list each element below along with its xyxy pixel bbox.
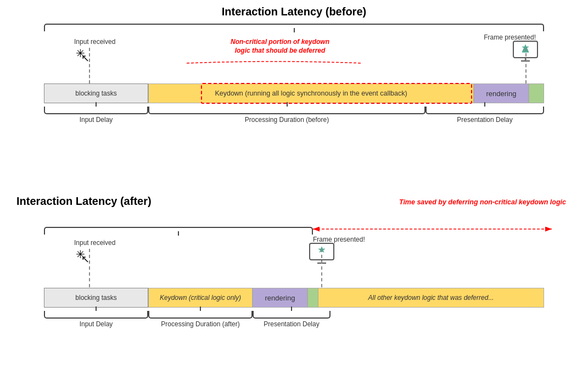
bottom-diagram: Interaction Latency (after) Time saved b…	[16, 195, 572, 340]
bottom-cursor: ↖	[81, 253, 89, 265]
bottom-processing-brace	[148, 311, 253, 319]
top-span-brace	[44, 24, 544, 32]
bottom-input-delay-brace	[44, 311, 148, 319]
bottom-span-brace	[44, 227, 313, 236]
bottom-input-delay-label: Input Delay	[44, 320, 148, 328]
bottom-bars-row: blocking tasks Keydown (critical logic o…	[44, 288, 544, 308]
top-processing-label: Processing Duration (before)	[148, 116, 425, 124]
rendering-bar: rendering	[474, 83, 529, 103]
bottom-processing-label: Processing Duration (after)	[148, 320, 253, 328]
top-input-delay-brace	[44, 107, 148, 114]
bottom-rendering-bar: rendering	[253, 288, 307, 308]
top-cursor: ↖	[81, 52, 89, 64]
bottom-keydown-bar: Keydown (critical logic only)	[148, 288, 253, 308]
bottom-frame-dashed-line	[321, 249, 322, 287]
top-frame-dashed-line	[525, 48, 527, 83]
top-input-delay-label: Input Delay	[44, 116, 148, 124]
top-input-received-label: Input received	[74, 38, 115, 46]
main-container: Interaction Latency (before) Input recei…	[0, 0, 588, 379]
bottom-blocking-bar: blocking tasks	[44, 288, 148, 308]
blocking-bar: blocking tasks	[44, 83, 148, 103]
top-presentation-brace	[425, 107, 544, 114]
bottom-input-dashed-line	[89, 249, 90, 287]
top-presentation-label: Presentation Delay	[425, 116, 544, 124]
top-title: Interaction Latency (before)	[16, 5, 572, 18]
time-saved-label: Time saved by deferring non-critical key…	[399, 198, 566, 207]
bottom-deferred-bar: All other keydown logic that was deferre…	[318, 288, 544, 308]
keydown-bar: Keydown (running all logic synchronously…	[148, 83, 474, 103]
top-diagram: Interaction Latency (before) Input recei…	[16, 5, 572, 131]
top-bars-row: blocking tasks Keydown (running all logi…	[44, 83, 544, 103]
top-input-dashed-line	[89, 48, 90, 83]
top-processing-brace	[148, 107, 425, 114]
bottom-presentation-brace	[253, 311, 331, 319]
top-noncritical-label: Non-critical portion of keydownlogic tha…	[209, 38, 351, 55]
bottom-presentation-label: Presentation Delay	[253, 320, 331, 328]
bottom-input-received-label: Input received	[74, 239, 115, 247]
top-noncritical-arrow	[181, 59, 368, 70]
time-saved-arrow	[307, 224, 555, 235]
